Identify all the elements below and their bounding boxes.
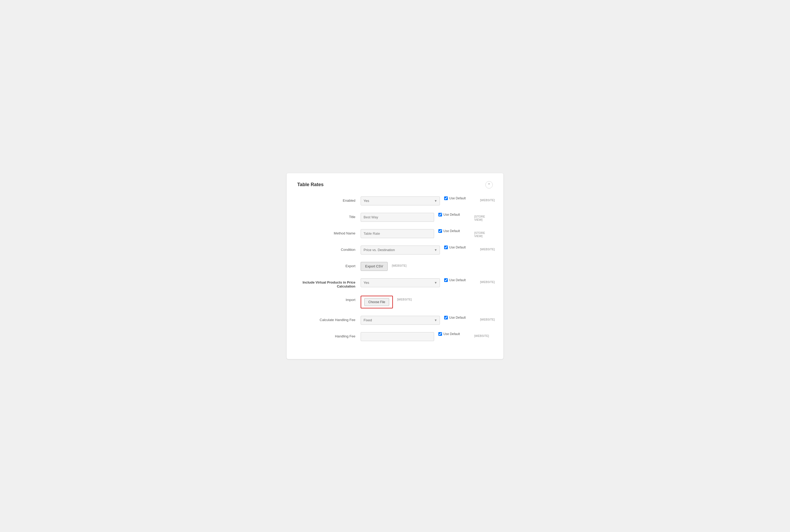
include-virtual-use-default-wrap: Use Default <box>444 278 476 283</box>
condition-scope: [WEBSITE] <box>480 246 499 251</box>
table-rates-panel: Table Rates ⌃ Enabled Yes No ▼ Use Defau… <box>287 173 503 359</box>
enabled-use-default-wrap: Use Default <box>444 196 476 201</box>
export-label: Export <box>297 262 361 268</box>
calc-handling-fee-control: Fixed Percent ▼ Use Default [WEBSITE] <box>361 316 499 325</box>
condition-select[interactable]: Price vs. Destination Weight vs. Destina… <box>361 246 440 254</box>
title-label: Title <box>297 213 361 219</box>
enabled-use-default-label: Use Default <box>449 196 466 201</box>
handling-fee-use-default-label: Use Default <box>443 332 460 336</box>
handling-fee-scope: [WEBSITE] <box>474 332 493 337</box>
title-use-default-wrap: Use Default <box>438 213 470 217</box>
include-virtual-use-default-label: Use Default <box>449 278 466 283</box>
title-row: Title Use Default [STORE VIEW] <box>297 213 493 222</box>
method-name-scope: [STORE VIEW] <box>474 229 493 238</box>
handling-fee-use-default-wrap: Use Default <box>438 332 470 336</box>
calc-handling-fee-select-wrap: Fixed Percent ▼ <box>361 316 440 325</box>
condition-select-wrap: Price vs. Destination Weight vs. Destina… <box>361 246 440 254</box>
enabled-scope: [WEBSITE] <box>480 196 499 202</box>
title-control: Use Default [STORE VIEW] <box>361 213 493 222</box>
method-name-input[interactable] <box>361 229 434 238</box>
include-virtual-control: Yes No ▼ Use Default [WEBSITE] <box>361 278 499 287</box>
method-name-use-default-checkbox[interactable] <box>438 229 442 233</box>
panel-header: Table Rates ⌃ <box>297 181 493 189</box>
export-row: Export Export CSV [WEBSITE] <box>297 262 493 271</box>
export-scope: [WEBSITE] <box>392 262 410 267</box>
calc-handling-fee-use-default-checkbox[interactable] <box>444 316 448 320</box>
method-name-use-default-wrap: Use Default <box>438 229 470 233</box>
title-scope: [STORE VIEW] <box>474 213 493 221</box>
calc-handling-fee-select[interactable]: Fixed Percent <box>361 316 440 325</box>
handling-fee-label: Handling Fee <box>297 332 361 338</box>
title-use-default-label: Use Default <box>443 213 460 217</box>
import-highlighted-section: Choose File <box>361 296 393 308</box>
export-csv-button[interactable]: Export CSV <box>361 262 388 271</box>
method-name-use-default-label: Use Default <box>443 229 460 233</box>
handling-fee-control: Use Default [WEBSITE] <box>361 332 493 341</box>
title-side-options: Use Default <box>438 213 470 217</box>
choose-file-button[interactable]: Choose File <box>364 298 389 306</box>
import-label: Import <box>297 296 361 302</box>
include-virtual-row: Include Virtual Products in Price Calcul… <box>297 278 493 288</box>
condition-row: Condition Price vs. Destination Weight v… <box>297 246 493 254</box>
enabled-label: Enabled <box>297 196 361 203</box>
method-name-label: Method Name <box>297 229 361 235</box>
condition-label: Condition <box>297 246 361 252</box>
condition-use-default-wrap: Use Default <box>444 246 476 250</box>
enabled-row: Enabled Yes No ▼ Use Default [WEBSITE] <box>297 196 493 205</box>
collapse-button[interactable]: ⌃ <box>485 181 493 189</box>
handling-fee-side-options: Use Default <box>438 332 470 336</box>
export-control: Export CSV [WEBSITE] <box>361 262 493 271</box>
include-virtual-label: Include Virtual Products in Price Calcul… <box>297 278 361 288</box>
handling-fee-use-default-checkbox[interactable] <box>438 332 442 336</box>
import-row: Import Choose File [WEBSITE] <box>297 296 493 308</box>
condition-use-default-label: Use Default <box>449 246 466 250</box>
include-virtual-side-options: Use Default <box>444 278 476 283</box>
enabled-side-options: Use Default <box>444 196 476 201</box>
calc-handling-fee-row: Calculate Handling Fee Fixed Percent ▼ U… <box>297 316 493 325</box>
include-virtual-use-default-checkbox[interactable] <box>444 278 448 282</box>
panel-title: Table Rates <box>297 182 324 187</box>
enabled-select[interactable]: Yes No <box>361 196 440 205</box>
handling-fee-row: Handling Fee Use Default [WEBSITE] <box>297 332 493 341</box>
include-virtual-select-wrap: Yes No ▼ <box>361 278 440 287</box>
include-virtual-scope: [WEBSITE] <box>480 278 499 284</box>
calc-handling-fee-scope: [WEBSITE] <box>480 316 499 321</box>
condition-side-options: Use Default <box>444 246 476 250</box>
condition-control: Price vs. Destination Weight vs. Destina… <box>361 246 499 254</box>
title-use-default-checkbox[interactable] <box>438 213 442 216</box>
calc-handling-fee-use-default-label: Use Default <box>449 316 466 320</box>
method-name-control: Use Default [STORE VIEW] <box>361 229 493 238</box>
enabled-control: Yes No ▼ Use Default [WEBSITE] <box>361 196 499 205</box>
enabled-use-default-checkbox[interactable] <box>444 196 448 200</box>
calc-handling-fee-label: Calculate Handling Fee <box>297 316 361 322</box>
condition-use-default-checkbox[interactable] <box>444 246 448 249</box>
enabled-select-wrap: Yes No ▼ <box>361 196 440 205</box>
include-virtual-select[interactable]: Yes No <box>361 278 440 287</box>
calc-handling-fee-side-options: Use Default <box>444 316 476 320</box>
import-control: Choose File [WEBSITE] <box>361 296 493 308</box>
title-input[interactable] <box>361 213 434 222</box>
method-name-row: Method Name Use Default [STORE VIEW] <box>297 229 493 238</box>
import-scope: [WEBSITE] <box>397 296 416 301</box>
method-name-side-options: Use Default <box>438 229 470 233</box>
calc-handling-fee-use-default-wrap: Use Default <box>444 316 476 320</box>
handling-fee-input[interactable] <box>361 332 434 341</box>
